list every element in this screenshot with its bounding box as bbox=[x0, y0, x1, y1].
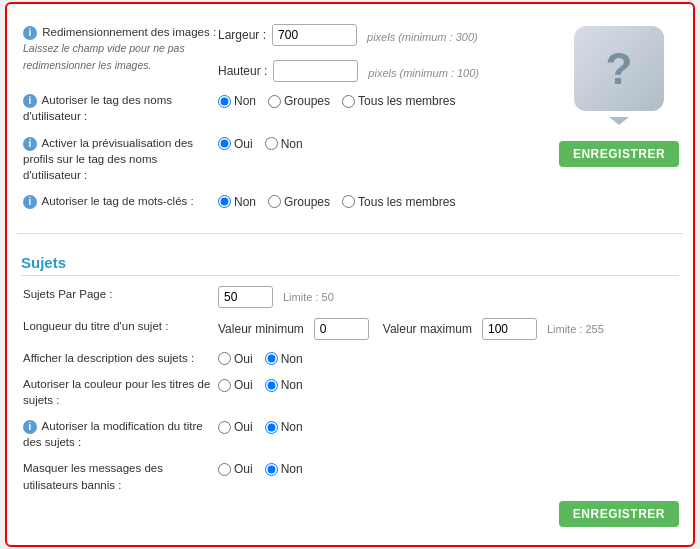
hauteur-input[interactable] bbox=[273, 60, 358, 82]
row-redimensionnement: i Redimensionnement des images : Laissez… bbox=[21, 22, 559, 82]
control-area-sujets-par-page: Limite : 50 bbox=[218, 284, 677, 308]
control-area-mots-cles: Non Groupes Tous les membres bbox=[218, 191, 557, 209]
radio-afficher-desc-oui[interactable]: Oui bbox=[218, 352, 253, 366]
control-area-tag-noms: Non Groupes Tous les membres bbox=[218, 90, 557, 108]
radio-masquer-oui[interactable]: Oui bbox=[218, 462, 253, 476]
row-masquer-messages: Masquer les messages des utilisateurs ba… bbox=[21, 458, 679, 492]
radio-group-mots-cles: Non Groupes Tous les membres bbox=[218, 193, 455, 209]
sujets-par-page-limit: Limite : 50 bbox=[283, 291, 334, 303]
hauteur-label: Hauteur : bbox=[218, 64, 267, 78]
valeur-minimum-label: Valeur minimum bbox=[218, 322, 304, 336]
radio-masquer-non[interactable]: Non bbox=[265, 462, 303, 476]
masquer-messages-label: Masquer les messages des utilisateurs ba… bbox=[23, 458, 218, 492]
section-divider bbox=[17, 233, 683, 234]
info-icon-mots-cles: i bbox=[23, 195, 37, 209]
hauteur-hint: pixels (minimum : 100) bbox=[368, 63, 479, 79]
row-afficher-desc: Afficher la description des sujets : Oui… bbox=[21, 348, 679, 366]
row-longueur-titre: Longueur du titre d'un sujet : Valeur mi… bbox=[21, 316, 679, 340]
valeur-minimum-input[interactable] bbox=[314, 318, 369, 340]
autoriser-modif-label: i Autoriser la modification du titre des… bbox=[23, 416, 218, 450]
btn-row-section2: ENREGISTRER bbox=[21, 501, 679, 527]
radio-modif-non[interactable]: Non bbox=[265, 420, 303, 434]
radio-couleur-oui[interactable]: Oui bbox=[218, 378, 253, 392]
radio-mots-cles-tous[interactable]: Tous les membres bbox=[342, 195, 455, 209]
info-icon-redim: i bbox=[23, 26, 37, 40]
radio-mots-cles-groupes[interactable]: Groupes bbox=[268, 195, 330, 209]
radio-group-afficher-desc: Oui Non bbox=[218, 350, 303, 366]
main-container: i Redimensionnement des images : Laissez… bbox=[5, 2, 695, 546]
row-autoriser-couleur: Autoriser la couleur pour les titres de … bbox=[21, 374, 679, 408]
radio-prev-non[interactable]: Non bbox=[265, 137, 303, 151]
control-area-redim: Largeur : pixels (minimum : 300) Hauteur… bbox=[218, 22, 557, 82]
valeur-maximum-label: Valeur maximum bbox=[383, 322, 472, 336]
radio-group-autoriser-couleur: Oui Non bbox=[218, 376, 303, 392]
valeur-maximum-input[interactable] bbox=[482, 318, 537, 340]
largeur-hint: pixels (minimum : 300) bbox=[367, 27, 478, 43]
autoriser-couleur-label: Autoriser la couleur pour les titres de … bbox=[23, 374, 218, 408]
radio-tag-noms-tous[interactable]: Tous les membres bbox=[342, 94, 455, 108]
radio-modif-oui[interactable]: Oui bbox=[218, 420, 253, 434]
largeur-label: Largeur : bbox=[218, 28, 266, 42]
row-autoriser-modif: i Autoriser la modification du titre des… bbox=[21, 416, 679, 450]
radio-afficher-desc-non[interactable]: Non bbox=[265, 352, 303, 366]
longueur-titre-label: Longueur du titre d'un sujet : bbox=[23, 316, 218, 334]
info-icon-modif: i bbox=[23, 420, 37, 434]
sujets-par-page-input[interactable] bbox=[218, 286, 273, 308]
row-tag-mots-cles: i Autoriser le tag de mots-clés : Non Gr… bbox=[21, 191, 559, 209]
largeur-group: Largeur : pixels (minimum : 300) bbox=[218, 24, 478, 46]
image-area: ? ENREGISTRER bbox=[559, 22, 679, 217]
row-prev-profil: i Activer la prévisualisation des profil… bbox=[21, 133, 559, 183]
control-area-afficher-desc: Oui Non bbox=[218, 348, 677, 366]
control-area-masquer-messages: Oui Non bbox=[218, 458, 677, 476]
control-area-longueur-titre: Valeur minimum Valeur maximum Limite : 2… bbox=[218, 316, 677, 340]
prev-profil-label: i Activer la prévisualisation des profil… bbox=[23, 133, 218, 183]
section-sujets: Sujets Sujets Par Page : Limite : 50 Lon… bbox=[17, 242, 683, 535]
section-sujets-title: Sujets bbox=[21, 254, 679, 276]
redimensionnement-label: i Redimensionnement des images : Laissez… bbox=[23, 22, 218, 72]
tag-mots-cles-label: i Autoriser le tag de mots-clés : bbox=[23, 191, 218, 209]
section-images: i Redimensionnement des images : Laissez… bbox=[17, 14, 683, 225]
control-area-autoriser-modif: Oui Non bbox=[218, 416, 677, 434]
radio-group-tag-noms: Non Groupes Tous les membres bbox=[218, 92, 455, 108]
radio-couleur-non[interactable]: Non bbox=[265, 378, 303, 392]
hauteur-group: Hauteur : pixels (minimum : 100) bbox=[218, 60, 479, 82]
control-area-prev: Oui Non bbox=[218, 133, 557, 151]
save-button-section2[interactable]: ENREGISTRER bbox=[559, 501, 679, 527]
control-area-autoriser-couleur: Oui Non bbox=[218, 374, 677, 392]
row-sujets-par-page: Sujets Par Page : Limite : 50 bbox=[21, 284, 679, 308]
radio-mots-cles-non[interactable]: Non bbox=[218, 195, 256, 209]
radio-group-prev: Oui Non bbox=[218, 135, 303, 151]
radio-group-autoriser-modif: Oui Non bbox=[218, 418, 303, 434]
save-button-section1[interactable]: ENREGISTRER bbox=[559, 141, 679, 167]
afficher-desc-label: Afficher la description des sujets : bbox=[23, 348, 218, 366]
row-tag-noms: i Autoriser le tag des noms d'utilisateu… bbox=[21, 90, 559, 124]
valeur-maximum-limit: Limite : 255 bbox=[547, 323, 604, 335]
radio-prev-oui[interactable]: Oui bbox=[218, 137, 253, 151]
sujets-par-page-label: Sujets Par Page : bbox=[23, 284, 218, 302]
info-icon-tag-noms: i bbox=[23, 94, 37, 108]
tag-noms-label: i Autoriser le tag des noms d'utilisateu… bbox=[23, 90, 218, 124]
radio-tag-noms-non[interactable]: Non bbox=[218, 94, 256, 108]
question-bubble: ? bbox=[574, 26, 664, 111]
question-mark: ? bbox=[606, 47, 633, 91]
form-area-images: i Redimensionnement des images : Laissez… bbox=[21, 22, 559, 217]
info-icon-prev: i bbox=[23, 137, 37, 151]
radio-group-masquer-messages: Oui Non bbox=[218, 460, 303, 476]
largeur-input[interactable] bbox=[272, 24, 357, 46]
radio-tag-noms-groupes[interactable]: Groupes bbox=[268, 94, 330, 108]
